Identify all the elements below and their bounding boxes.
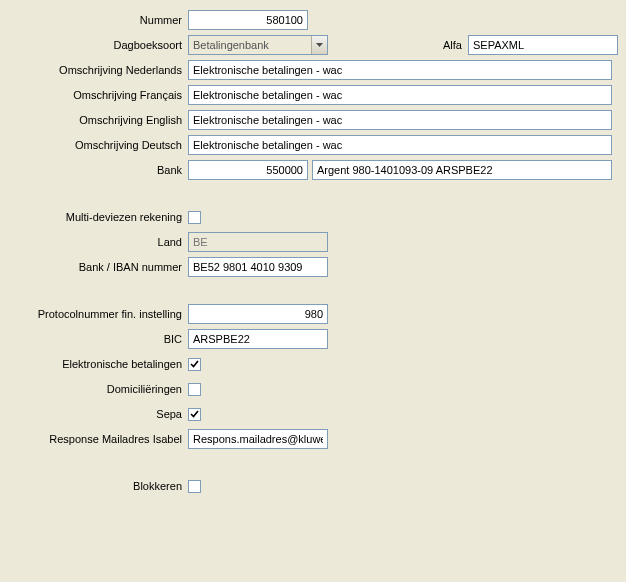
dagboeksoort-select[interactable]: Betalingenbank [188, 35, 328, 55]
nummer-input[interactable] [188, 10, 308, 30]
bank-code-input[interactable] [188, 160, 308, 180]
label-multi: Multi-deviezen rekening [8, 211, 188, 223]
elekbet-checkbox[interactable] [188, 358, 201, 371]
label-omsch-en: Omschrijving English [8, 114, 188, 126]
label-sepa: Sepa [8, 408, 188, 420]
label-iban: Bank / IBAN nummer [8, 261, 188, 273]
omsch-fr-input[interactable] [188, 85, 612, 105]
dagboeksoort-value: Betalingenbank [193, 39, 269, 51]
label-bank: Bank [8, 164, 188, 176]
label-dagboeksoort: Dagboeksoort [8, 39, 188, 51]
response-input[interactable] [188, 429, 328, 449]
blokkeren-checkbox[interactable] [188, 480, 201, 493]
omsch-nl-input[interactable] [188, 60, 612, 80]
label-domic: Domiciliëringen [8, 383, 188, 395]
label-blokkeren: Blokkeren [8, 480, 188, 492]
omsch-de-input[interactable] [188, 135, 612, 155]
alfa-input[interactable] [468, 35, 618, 55]
protocol-input[interactable] [188, 304, 328, 324]
iban-input[interactable] [188, 257, 328, 277]
label-omsch-de: Omschrijving Deutsch [8, 139, 188, 151]
label-alfa: Alfa [388, 39, 468, 51]
label-nummer: Nummer [8, 14, 188, 26]
label-response: Response Mailadres Isabel [8, 433, 188, 445]
bic-input[interactable] [188, 329, 328, 349]
label-omsch-fr: Omschrijving Français [8, 89, 188, 101]
bank-desc-input[interactable] [312, 160, 612, 180]
land-field: BE [188, 232, 328, 252]
label-elekbet: Elektronische betalingen [8, 358, 188, 370]
sepa-checkbox[interactable] [188, 408, 201, 421]
label-protocol: Protocolnummer fin. instelling [8, 308, 188, 320]
label-land: Land [8, 236, 188, 248]
omsch-en-input[interactable] [188, 110, 612, 130]
label-bic: BIC [8, 333, 188, 345]
multi-checkbox[interactable] [188, 211, 201, 224]
domic-checkbox[interactable] [188, 383, 201, 396]
label-omsch-nl: Omschrijving Nederlands [8, 64, 188, 76]
chevron-down-icon [311, 36, 327, 54]
